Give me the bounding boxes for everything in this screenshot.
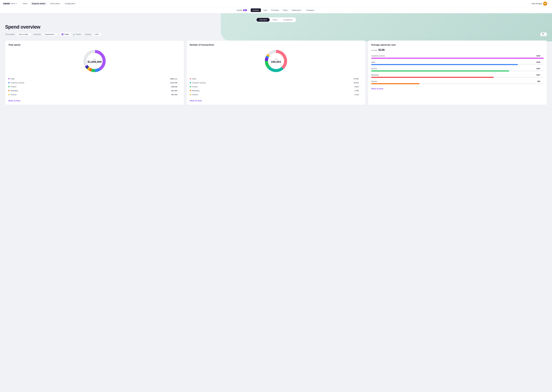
- analysis-tabs: Overview Policy Compliance: [5, 17, 547, 22]
- filter-icon-button[interactable]: ▾: [540, 32, 547, 36]
- transactions-card: Number of transactions: [187, 41, 365, 105]
- toggle-trends[interactable]: 📊 Trends: [71, 33, 83, 36]
- bar-marketing-fill: [371, 77, 494, 78]
- view-toggle-group: Totals 📊 Trends: [59, 32, 83, 36]
- toggle-totals-label: Totals: [64, 33, 69, 35]
- bar-marketing-more[interactable]: ···: [541, 74, 544, 76]
- txn-finance-label: Finance: [192, 94, 198, 96]
- total-spend-card: Total spend: [5, 41, 184, 105]
- total-spend-show-more[interactable]: Show 12 more: [8, 98, 181, 102]
- finance-dot: [8, 94, 10, 95]
- filters-bar: Time period Year to date ▾ Group by Depa…: [5, 32, 547, 36]
- total-spend-center-label: Total: [87, 58, 102, 60]
- nav-expense-admin[interactable]: Expense admin: [30, 2, 47, 5]
- currency-arrow: ▾: [99, 34, 100, 35]
- top-nav: navan Admin ▾ Home Expense admin Travel …: [0, 0, 552, 7]
- transactions-title: Number of transactions: [190, 44, 362, 46]
- totals-icon: [61, 33, 64, 35]
- legend-cs-value: $134,206: [170, 82, 177, 84]
- bar-sales-value: $200: [537, 61, 540, 63]
- cs-more-menu[interactable]: ···: [178, 82, 181, 84]
- legend-row-sales: Sales $682,111 ···: [8, 77, 181, 81]
- nav-travel-admin[interactable]: Travel admin: [48, 2, 62, 5]
- bar-cs-more[interactable]: ···: [541, 55, 544, 57]
- txn-legend-sales: Sales 67,987 ···: [190, 77, 362, 81]
- tab-overview[interactable]: Overview: [256, 18, 269, 22]
- txn-marketing-more[interactable]: ···: [360, 90, 362, 92]
- bar-product-more[interactable]: ···: [541, 67, 544, 70]
- bar-finance-more[interactable]: ···: [541, 80, 544, 83]
- legend-product-label: Product: [11, 86, 16, 88]
- txn-product-label: Product: [192, 86, 198, 88]
- transactions-center-value: 180,001: [271, 60, 281, 63]
- avatar[interactable]: KM: [543, 1, 547, 6]
- sales-more-menu[interactable]: ···: [178, 77, 181, 80]
- txn-finance-more[interactable]: ···: [360, 93, 362, 96]
- legend-sales-value: $682,111: [170, 78, 177, 80]
- avg-spend-show-more[interactable]: Show 12 more: [371, 86, 544, 90]
- subnav-company[interactable]: Company ▾: [305, 8, 317, 12]
- logo-dropdown-arrow[interactable]: ▾: [16, 3, 17, 4]
- txn-cs-dot: [190, 82, 191, 83]
- subnav-statements[interactable]: Statements ▾: [290, 8, 304, 12]
- subnav-policy[interactable]: Policy: [281, 8, 290, 12]
- nav-home[interactable]: Home: [21, 2, 29, 5]
- bar-row-finance: Finance $65 ···: [371, 80, 544, 84]
- issuing-label: Issuing: [85, 33, 91, 35]
- activity-badge: 99+: [243, 9, 247, 11]
- toggle-totals[interactable]: Totals: [60, 33, 71, 36]
- txn-sales-more[interactable]: ···: [360, 77, 362, 80]
- main-wrapper: Overview Policy Compliance Spend overvie…: [0, 13, 552, 392]
- avg-spend-bars: Customer success $234 ··· Sales: [371, 55, 544, 84]
- legend-finance-label: Finance: [11, 94, 16, 96]
- currency-dropdown[interactable]: USD ▾: [93, 32, 102, 36]
- finance-more-menu[interactable]: ···: [178, 93, 181, 96]
- svg-marker-0: [542, 34, 544, 35]
- total-spend-center: Total $1,656,009: [87, 58, 102, 63]
- subnav-company-label: Company: [306, 9, 314, 11]
- txn-marketing-dot: [190, 90, 191, 91]
- subnav-statements-label: Statements: [292, 9, 301, 11]
- bar-product-track: [371, 70, 544, 71]
- transactions-center: Total 180,001: [271, 58, 281, 63]
- txn-product-value: 9,024: [355, 86, 359, 88]
- subnav-trips[interactable]: Trips: [261, 8, 269, 12]
- logo-admin-label: Admin: [11, 3, 15, 5]
- txn-cs-more[interactable]: ···: [360, 82, 362, 84]
- txn-cs-label: Customer success: [192, 82, 206, 84]
- bar-finance-label: Finance: [371, 80, 377, 82]
- bar-row-marketing: Marketing $167 ···: [371, 74, 544, 78]
- transactions-show-more[interactable]: Show 12 more: [190, 98, 362, 102]
- subnav-activity[interactable]: Activity 99+ ▾: [235, 8, 250, 12]
- avg-value: $136: [378, 48, 385, 52]
- legend-row-product: Product $98,098 ···: [8, 85, 181, 89]
- logo[interactable]: navan Admin ▾: [3, 2, 17, 5]
- bar-sales-label: Sales: [371, 61, 375, 63]
- sub-nav: Activity 99+ ▾ Analysis Trips Purchase P…: [0, 7, 552, 13]
- bar-finance-value: $65: [537, 80, 540, 82]
- legend-cs-label: Customer success: [11, 82, 24, 84]
- legend-marketing-label: Marketing: [11, 90, 18, 92]
- group-by-dropdown[interactable]: Department ▾: [43, 32, 57, 36]
- bar-sales-more[interactable]: ···: [541, 61, 544, 63]
- txn-product-more[interactable]: ···: [360, 85, 362, 88]
- nav-configuration[interactable]: Configuration: [63, 2, 77, 5]
- group-by-value: Department: [45, 33, 54, 35]
- user-dropdown-arrow[interactable]: ▾: [548, 3, 549, 4]
- transactions-center-label: Total: [271, 58, 281, 60]
- legend-row-finance: Finance $43,456 ···: [8, 93, 181, 97]
- marketing-more-menu[interactable]: ···: [178, 90, 181, 92]
- product-more-menu[interactable]: ···: [178, 85, 181, 88]
- legend-product-value: $98,098: [171, 86, 177, 88]
- bar-finance-fill: [371, 83, 420, 84]
- bar-sales-track: [371, 64, 544, 65]
- time-period-value: Year to date: [18, 33, 28, 35]
- subnav-analysis[interactable]: Analysis: [251, 8, 261, 12]
- subnav-purchase[interactable]: Purchase: [269, 8, 281, 12]
- tab-policy[interactable]: Policy: [270, 18, 280, 22]
- tab-compliance[interactable]: Compliance: [281, 18, 296, 22]
- toggle-trends-label: Trends: [75, 33, 81, 35]
- bar-cs-track: [371, 58, 544, 59]
- txn-legend-product: Product 9,024 ···: [190, 85, 362, 89]
- time-period-dropdown[interactable]: Year to date ▾: [16, 32, 31, 36]
